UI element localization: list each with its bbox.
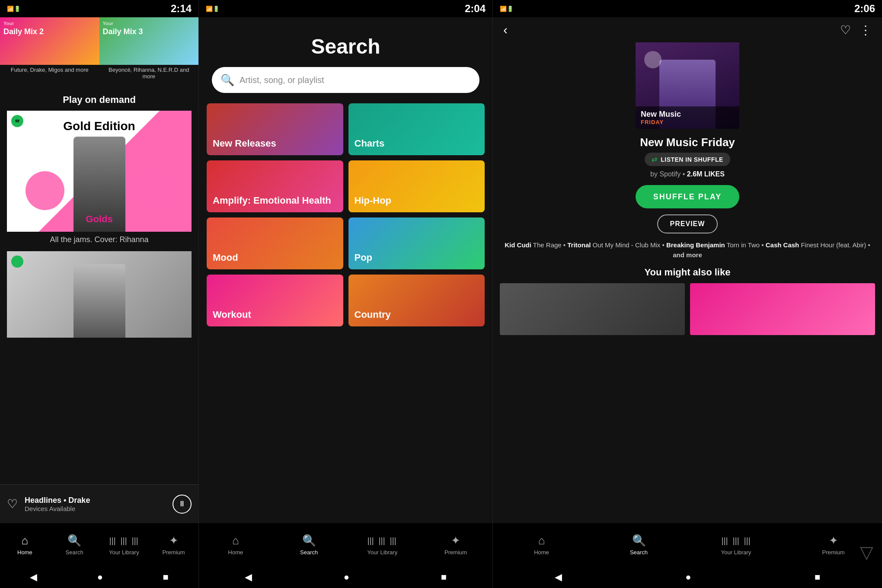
library-icon-middle: ⫼⫼⫼	[365, 534, 399, 547]
nav-section-right: ⌂ Home 🔍 Search ⫼⫼⫼ Your Library ✦ Premi…	[493, 523, 882, 566]
nav-library-middle[interactable]: ⫼⫼⫼ Your Library	[346, 523, 419, 566]
you-might-cover-1[interactable]	[500, 283, 685, 335]
nav-library-label-middle: Your Library	[368, 549, 398, 556]
nav-premium-right[interactable]: ✦ Premium	[785, 523, 882, 566]
preview-button[interactable]: PREVIEW	[657, 214, 718, 233]
heart-icon[interactable]: ♡	[7, 497, 18, 511]
nav-premium-label-right: Premium	[822, 549, 844, 556]
you-might-section: You might also like	[493, 267, 882, 335]
album-desc: All the jams. Cover: Rihanna	[7, 235, 192, 244]
album-card-gold[interactable]: Gold Edition Golds All the jams. Cover: …	[7, 111, 192, 244]
genre-label-charts: Charts	[355, 138, 385, 149]
nav-library-right[interactable]: ⫼⫼⫼ Your Library	[687, 523, 785, 566]
recent-btn-right[interactable]: ■	[815, 572, 820, 583]
search-icon-left: 🔍	[67, 534, 81, 547]
nav-home-middle[interactable]: ⌂ Home	[199, 523, 272, 566]
playlist-cover: New Music Friday	[636, 42, 739, 129]
now-playing-sub: Devices Available	[25, 505, 173, 512]
genre-label-country: Country	[355, 309, 391, 320]
back-btn-left[interactable]: ◀	[30, 572, 37, 583]
genre-tile-workout[interactable]: Workout	[207, 275, 343, 326]
nav-search-right[interactable]: 🔍 Search	[590, 523, 687, 566]
right-panel: 📶🔋 2:06 ‹ ♡ ⋮ New Music Friday	[493, 0, 882, 588]
shuffle-icon: ⇄	[652, 155, 657, 163]
now-playing-bar: ♡ Headlines • Drake Devices Available ⏸	[0, 484, 198, 523]
status-icons-left: 📶🔋	[7, 6, 21, 12]
home-icon-left: ⌂	[22, 534, 29, 547]
right-top-bar: ‹ ♡ ⋮	[493, 17, 882, 42]
daily-mix-3-label: Your	[103, 21, 113, 26]
nav-search-left[interactable]: 🔍 Search	[50, 523, 99, 566]
search-bar-icon: 🔍	[220, 74, 234, 87]
premium-icon-left: ✦	[169, 534, 179, 547]
spotify-logo-2	[11, 256, 23, 268]
status-time-middle: 2:04	[465, 3, 486, 15]
listen-shuffle-badge[interactable]: ⇄ Listen in Shuffle	[645, 153, 730, 166]
daily-mix-2-label: Your	[3, 21, 14, 26]
album-card-2[interactable]	[7, 251, 192, 338]
genre-tile-country[interactable]: Country	[348, 275, 485, 326]
back-btn-right[interactable]: ◀	[555, 572, 562, 583]
svg-point-1	[14, 258, 21, 265]
play-on-demand-title: Play on demand	[0, 86, 198, 111]
nav-home-right[interactable]: ⌂ Home	[493, 523, 590, 566]
nav-search-middle[interactable]: 🔍 Search	[272, 523, 346, 566]
library-icon-left: ⫼⫼⫼	[107, 534, 141, 547]
genre-label-amplify: Amplify: Emotional Health	[213, 195, 331, 206]
left-panel: 📶🔋 2:14 Your Daily Mix 2 Future, Drake, …	[0, 0, 199, 588]
album-circle-left	[26, 171, 64, 210]
genre-tile-pop[interactable]: Pop	[348, 217, 485, 269]
album-circle-right	[134, 171, 173, 210]
back-btn-middle[interactable]: ◀	[245, 572, 252, 583]
playlist-name: New Music Friday	[493, 136, 882, 153]
listen-shuffle-text: Listen in Shuffle	[661, 156, 723, 163]
search-icon-middle: 🔍	[302, 534, 316, 547]
daily-mix-2[interactable]: Your Daily Mix 2 Future, Drake, Migos an…	[0, 17, 99, 86]
nav-search-label-middle: Search	[300, 549, 318, 556]
home-btn-left[interactable]: ●	[97, 572, 103, 583]
now-playing-title: Headlines • Drake	[25, 496, 173, 505]
heart-action-button[interactable]: ♡	[840, 23, 851, 37]
genre-tile-amplify[interactable]: Amplify: Emotional Health	[207, 160, 343, 212]
daily-mix-3[interactable]: Your Daily Mix 3 Beyoncé, Rihanna, N.E.R…	[99, 17, 199, 86]
genre-label-workout: Workout	[213, 309, 251, 320]
search-bar[interactable]: 🔍 Artist, song, or playlist	[212, 67, 479, 93]
recent-btn-left[interactable]: ■	[163, 572, 168, 583]
nav-library-left[interactable]: ⫼⫼⫼ Your Library	[99, 523, 149, 566]
nav-search-label-left: Search	[66, 549, 83, 556]
recent-btn-middle[interactable]: ■	[441, 572, 447, 583]
status-time-right: 2:06	[854, 3, 875, 15]
android-nav-left: ◀ ● ■	[0, 566, 198, 588]
nav-home-label-right: Home	[534, 549, 549, 556]
nav-library-label-left: Your Library	[109, 549, 139, 556]
genre-tile-new-releases[interactable]: New Releases	[207, 103, 343, 155]
status-bar-right: 📶🔋 2:06	[493, 0, 882, 17]
genre-label-mood: Mood	[213, 252, 238, 263]
nav-premium-left[interactable]: ✦ Premium	[149, 523, 198, 566]
home-btn-middle[interactable]: ●	[344, 572, 349, 583]
status-time-left: 2:14	[171, 3, 192, 15]
nav-premium-middle[interactable]: ✦ Premium	[419, 523, 492, 566]
genre-tile-charts[interactable]: Charts	[348, 103, 485, 155]
nav-home-left[interactable]: ⌂ Home	[0, 523, 50, 566]
nav-section-middle: ⌂ Home 🔍 Search ⫼⫼⫼ Your Library ✦ Premi…	[199, 523, 492, 566]
album-person-2	[74, 264, 125, 338]
pause-button[interactable]: ⏸	[173, 495, 192, 514]
nav-premium-label-middle: Premium	[444, 549, 467, 556]
playlist-label-sub: Friday	[641, 119, 734, 125]
genre-tile-mood[interactable]: Mood	[207, 217, 343, 269]
genre-tile-hiphop[interactable]: Hip-Hop	[348, 160, 485, 212]
daily-mix-row: Your Daily Mix 2 Future, Drake, Migos an…	[0, 17, 198, 86]
nav-search-label-right: Search	[630, 549, 648, 556]
nav-library-label-right: Your Library	[721, 549, 751, 556]
playlist-label: New Music Friday	[636, 106, 739, 129]
you-might-covers	[500, 283, 875, 335]
more-options-button[interactable]: ⋮	[860, 23, 872, 37]
playlist-label-title: New Music	[641, 110, 734, 119]
daily-mix-3-title: Daily Mix 3	[103, 28, 143, 36]
you-might-cover-2[interactable]	[690, 283, 875, 335]
nav-home-label-left: Home	[17, 549, 32, 556]
shuffle-play-button[interactable]: SHUFFLE PLAY	[636, 185, 739, 208]
home-btn-right[interactable]: ●	[685, 572, 691, 583]
back-button[interactable]: ‹	[503, 22, 508, 37]
